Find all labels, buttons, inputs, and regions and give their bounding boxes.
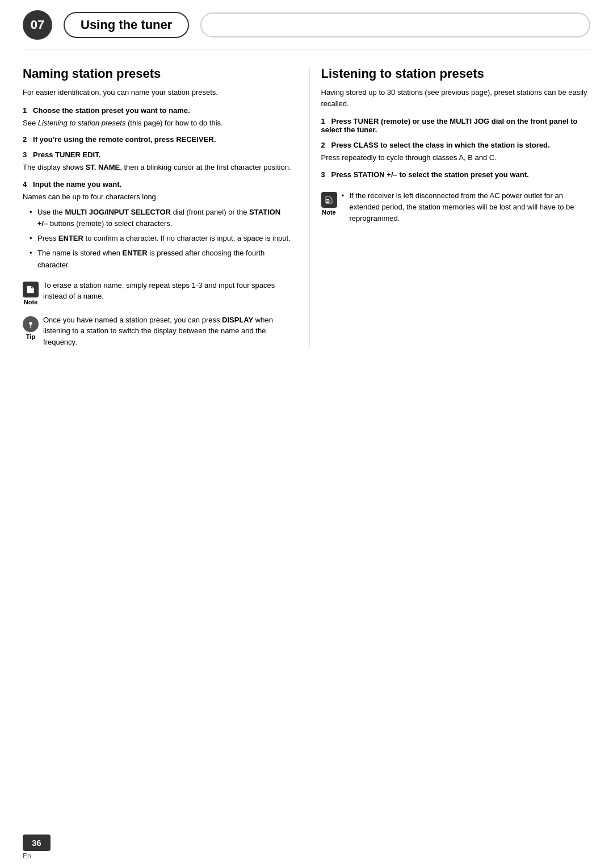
right-note-content: If the receiver is left disconnected fro… (342, 190, 591, 229)
svg-rect-5 (30, 326, 31, 328)
left-step-4-intro: Names can be up to four characters long. (23, 191, 292, 203)
right-step-2-heading: 2 Press CLASS to select the class in whi… (321, 141, 591, 149)
right-note-label: Note (322, 209, 335, 216)
svg-rect-1 (28, 290, 32, 291)
left-bullet-3: The name is stored when ENTER is pressed… (30, 248, 292, 270)
left-section-title: Naming station presets (23, 66, 292, 81)
right-step-3-heading: 3 Press STATION +/– to select the statio… (321, 170, 591, 179)
left-note-box: Note To erase a station name, simply rep… (23, 280, 292, 305)
left-bullet-list: Use the MULTI JOG/INPUT SELECTOR dial (f… (23, 207, 292, 271)
left-tip-text: Once you have named a station preset, yo… (43, 315, 292, 348)
chapter-number-badge: 07 (23, 10, 52, 40)
left-bullet-2: Press ENTER to confirm a character. If n… (30, 233, 292, 244)
svg-rect-9 (326, 202, 329, 203)
right-note-bullets: If the receiver is left disconnected fro… (342, 190, 591, 224)
left-note-content: To erase a station name, simply repeat s… (43, 280, 292, 302)
page-number: 36 (23, 835, 51, 851)
right-section-intro: Having stored up to 30 stations (see pre… (321, 87, 591, 109)
right-note-box: Note If the receiver is left disconnecte… (321, 190, 591, 229)
left-tip-box: Tip Once you have named a station preset… (23, 315, 292, 348)
svg-rect-7 (326, 199, 329, 200)
note-label-left: Note (24, 299, 37, 305)
right-step-2-body: Press repeatedly to cycle through classe… (321, 152, 591, 163)
left-column: Naming station presets For easier identi… (23, 66, 309, 347)
right-note-bullet-1: If the receiver is left disconnected fro… (342, 190, 591, 224)
tip-icon (23, 316, 39, 332)
content-area: Naming station presets For easier identi… (0, 49, 613, 347)
note-icon (23, 282, 39, 297)
right-column: Listening to station presets Having stor… (309, 66, 591, 347)
tip-label: Tip (26, 333, 35, 340)
left-step-4-heading: 4 Input the name you want. (23, 180, 292, 188)
page-header: 07 Using the tuner (0, 0, 613, 45)
right-step-1-heading: 1 Press TUNER (remote) or use the MULTI … (321, 117, 591, 134)
right-note-icon (321, 192, 337, 208)
header-right-pill (200, 12, 590, 37)
svg-rect-8 (326, 200, 330, 201)
left-step-1-heading: 1 Choose the station preset you want to … (23, 106, 292, 115)
page-container: 07 Using the tuner Naming station preset… (0, 0, 613, 868)
chapter-title: Using the tuner (64, 12, 189, 38)
left-step-2-heading: 2 If you’re using the remote control, pr… (23, 135, 292, 144)
left-bullet-1: Use the MULTI JOG/INPUT SELECTOR dial (f… (30, 207, 292, 229)
page-footer: 36 (0, 835, 613, 851)
left-step-3-body: The display shows ST. NAME, then a blink… (23, 162, 292, 173)
svg-rect-2 (28, 292, 31, 292)
left-tip-content: Once you have named a station preset, yo… (43, 315, 292, 348)
footer-language: En (23, 852, 31, 860)
left-note-text: To erase a station name, simply repeat s… (43, 280, 292, 302)
right-section-title: Listening to station presets (321, 66, 591, 81)
left-section-intro: For easier identification, you can name … (23, 87, 292, 98)
svg-rect-0 (28, 289, 31, 290)
left-step-3-heading: 3 Press TUNER EDIT. (23, 150, 292, 159)
left-step-1-body: See Listening to station presets (this p… (23, 118, 292, 129)
